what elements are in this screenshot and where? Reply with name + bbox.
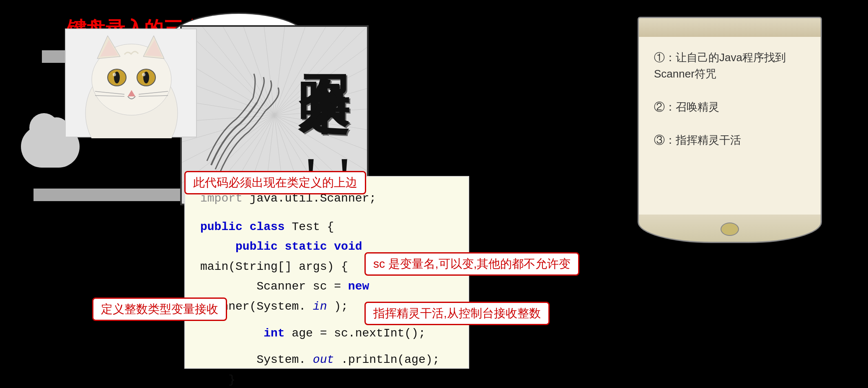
scroll-container: ①：让自己的Java程序找到Scanner符咒 ②：召唤精灵 ③：指挥精灵干活 [633, 17, 826, 243]
code-public-1: public [200, 220, 243, 233]
manga-big-text: 召唤之术 [290, 35, 359, 45]
code-line-3: public class Test { [200, 217, 453, 237]
scroll-item-2-text: ②：召唤精灵 [654, 101, 719, 113]
scroll-bottom-curl [638, 215, 822, 243]
scroll-item-1: ①：让自己的Java程序找到Scanner符咒 [654, 49, 806, 82]
code-in: in [313, 300, 327, 313]
gray-bar-bottom [34, 189, 201, 201]
svg-point-11 [142, 73, 145, 76]
annotation-sc: sc 是变量名,可以变,其他的都不允许变 [364, 252, 579, 276]
code-line-9: System. out .println(age); [200, 350, 453, 370]
code-blank-1 [200, 209, 453, 217]
code-line-10: } [200, 370, 453, 388]
scroll-item-3-text: ③：指挥精灵干活 [654, 134, 741, 146]
annotation-method: 指挥精灵干活,从控制台接收整数 [364, 302, 550, 325]
code-public-2: public [235, 240, 278, 253]
code-int: int [264, 327, 284, 340]
annotation-import: 此代码必须出现在类定义的上边 [184, 171, 366, 194]
annotation-variable: 定义整数类型变量接收 [92, 297, 227, 321]
code-static: static [285, 240, 327, 253]
code-line-7: int age = sc.nextInt(); [200, 323, 453, 344]
scroll-item-3: ③：指挥精灵干活 [654, 132, 806, 148]
cat-illustration [66, 29, 198, 138]
scroll-item-1-text: ①：让自己的Java程序找到Scanner符咒 [654, 51, 786, 80]
code-class-keyword: class [250, 220, 285, 233]
code-blank-3 [200, 343, 453, 350]
scroll-item-2: ②：召唤精灵 [654, 99, 806, 115]
code-out: out [313, 353, 334, 366]
scroll-body: ①：让自己的Java程序找到Scanner符咒 ②：召唤精灵 ③：指挥精灵干活 [638, 37, 822, 216]
code-void: void [334, 240, 362, 253]
manga-hands-decoration [190, 60, 316, 186]
cat-photo-background [65, 28, 197, 137]
scroll-top-curl [638, 17, 822, 39]
svg-point-8 [113, 73, 116, 76]
scroll-knob [721, 222, 739, 236]
code-new: new [348, 280, 369, 293]
